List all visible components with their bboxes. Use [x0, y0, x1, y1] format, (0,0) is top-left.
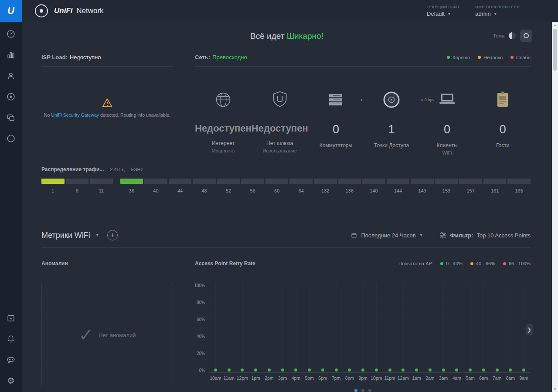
usg-link[interactable]: UniFi Security Gateway: [51, 112, 99, 118]
channel-segment: 140: [362, 179, 385, 193]
clients-icon[interactable]: [6, 71, 16, 81]
retry-rate-card: Access Point Retry Rate Попыток на AP: 0…: [195, 260, 531, 373]
add-metric-button[interactable]: +: [107, 230, 118, 240]
page-dot[interactable]: [361, 389, 364, 392]
traffic-distribution: Распределение трафи... 2.4ГГц 5GHz 1 6 1…: [41, 166, 531, 193]
channel-segment: 153: [435, 179, 458, 193]
legend-item: 40 - 66%: [470, 261, 495, 266]
scrollbar-thumb[interactable]: [553, 29, 557, 71]
channel-bar: [90, 179, 113, 184]
unifi-logo[interactable]: U: [0, 0, 22, 22]
y-tick-label: 20%: [197, 351, 205, 356]
badge-icon: [493, 85, 513, 114]
carousel-pagination: [195, 389, 531, 392]
channel-segment: 40: [144, 179, 167, 193]
channel-segment: 44: [169, 179, 192, 193]
site-selector[interactable]: ТЕКУЩИЙ САЙТ Default▼: [427, 5, 460, 17]
channel-number: 149: [411, 188, 434, 193]
channel-bar: [217, 179, 240, 184]
gridline: [376, 284, 377, 372]
filter-selector[interactable]: Фильтр: Top 10 Access Points: [439, 232, 531, 239]
sidebar-nav-bottom: ⚙: [6, 313, 16, 386]
node-clients[interactable]: 0 Клиенты WiFi: [419, 85, 475, 155]
statistics-icon[interactable]: [6, 50, 16, 60]
x-tick-label: 6am: [479, 375, 488, 381]
scrollbar[interactable]: ▲ ▼: [552, 22, 558, 392]
user-value: admin: [475, 10, 490, 17]
channel-number: 132: [314, 188, 337, 193]
node-sublabel: Мощность: [211, 148, 235, 153]
scroll-up-arrow[interactable]: ▲: [552, 22, 558, 28]
data-point: [401, 368, 405, 372]
data-point: [214, 368, 217, 372]
carousel-next-button[interactable]: ❯: [526, 324, 533, 335]
node-switches[interactable]: 0 Коммутаторы: [308, 85, 364, 155]
gridline: [390, 284, 390, 372]
period-selector[interactable]: Последние 24 Часов ▼: [350, 232, 423, 239]
chart-column: 1pm: [249, 284, 262, 372]
node-internet[interactable]: Недоступен Интернет Мощность: [195, 85, 252, 155]
events-icon[interactable]: [6, 313, 16, 323]
retry-legend: Попыток на AP: 0 - 40% 40 - 66% 66 - 100…: [398, 261, 531, 266]
access-point-icon: [381, 85, 401, 114]
gridline: [417, 284, 417, 372]
node-sublabel: Использование: [262, 148, 297, 153]
channel-bar: [459, 179, 482, 184]
devices-icon[interactable]: [6, 91, 16, 102]
alerts-icon[interactable]: [6, 334, 16, 344]
chart-column: 4pm: [289, 284, 303, 372]
channel-number: 6: [66, 188, 89, 193]
unifi-round-logo-icon: [35, 4, 48, 17]
chevron-down-icon[interactable]: ▼: [95, 233, 99, 237]
legend-item: Слабо: [510, 55, 531, 60]
channel-segment: 36: [120, 179, 143, 193]
x-tick-label: 11am: [223, 375, 235, 381]
scroll-down-arrow[interactable]: ▼: [552, 386, 558, 392]
quality-legend: Хорошо Неплохо Слабо: [447, 55, 531, 60]
channel-number: 52: [217, 188, 240, 193]
check-icon: ✓: [78, 326, 93, 344]
calendar-icon: [350, 232, 357, 239]
legend-dot-icon: [503, 262, 506, 265]
data-point: [294, 368, 297, 372]
isp-value: Недоступно: [70, 54, 101, 61]
settings-icon[interactable]: ⚙: [6, 375, 16, 386]
page-dot[interactable]: [368, 389, 371, 392]
user-menu[interactable]: ИМЯ ПОЛЬЗОВАТЕЛЯ admin▼: [475, 5, 520, 17]
app-title: UniFi Network: [54, 7, 104, 15]
page-dot[interactable]: [354, 389, 357, 392]
dark-theme-icon[interactable]: [520, 30, 532, 42]
node-guests[interactable]: 0 Гости: [475, 85, 531, 155]
data-point: [496, 368, 499, 372]
data-point: [509, 368, 512, 372]
light-theme-icon[interactable]: [509, 32, 516, 39]
chevron-down-icon: ▼: [419, 233, 423, 237]
node-value: Недоступен: [252, 123, 308, 134]
network-icon[interactable]: [6, 133, 16, 144]
node-access-points[interactable]: ◂ ▸ 0 bps 1 Точки Доступа: [364, 85, 419, 155]
legend-item: 0 - 40%: [440, 261, 463, 266]
anomalies-title: Аномалии: [41, 260, 68, 267]
warning-triangle-icon: [102, 98, 112, 108]
node-gateway[interactable]: Недоступен Нет шлюза Использование: [252, 85, 308, 155]
legend-label: 66 - 100%: [509, 261, 531, 266]
traffic-title: Распределение трафи...: [41, 166, 104, 172]
chevron-down-icon: ▼: [447, 12, 451, 16]
chart-column: 12pm: [236, 284, 249, 372]
chart-column: 8pm: [343, 284, 357, 372]
x-tick-label: 2pm: [265, 375, 273, 381]
node-label: Гости: [496, 142, 510, 149]
chat-icon[interactable]: [6, 355, 16, 365]
data-point: [361, 368, 364, 372]
gateway-warning: No UniFi Security Gateway detected. Rout…: [41, 98, 173, 119]
dashboard-icon[interactable]: [6, 29, 16, 39]
filter-label: Фильтр:: [450, 232, 473, 239]
status-prefix: Всё идет: [250, 31, 284, 41]
channel-bar: [338, 179, 361, 184]
channel-segment: 6: [66, 179, 89, 193]
topbar: UniFi Network ТЕКУЩИЙ САЙТ Default▼ ИМЯ …: [22, 0, 558, 22]
data-point: [469, 368, 472, 372]
insights-icon[interactable]: [6, 112, 16, 123]
brand-network: Network: [76, 7, 103, 15]
chart-column: 10pm: [370, 284, 383, 372]
